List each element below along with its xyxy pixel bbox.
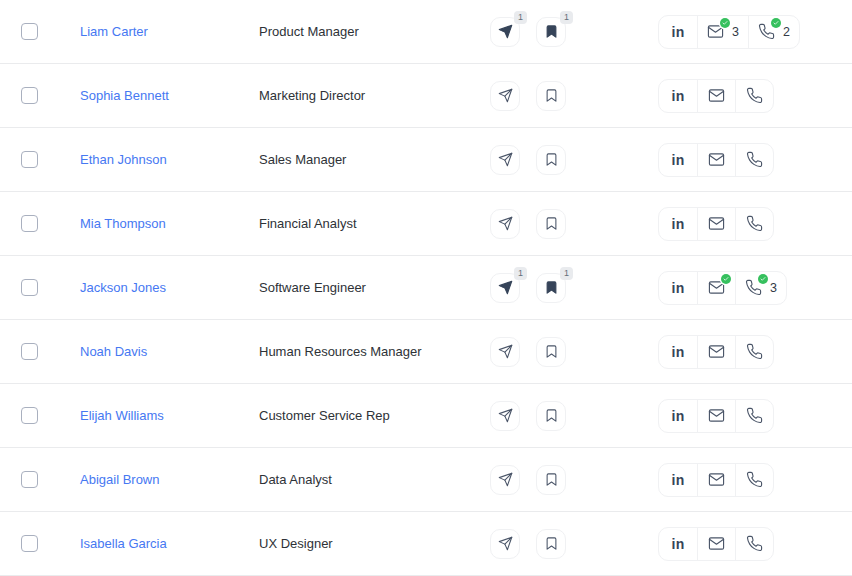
name-cell: Abigail Brown	[80, 472, 259, 487]
phone-button[interactable]	[735, 400, 773, 432]
phone-button[interactable]	[735, 336, 773, 368]
bookmark-icon	[544, 88, 559, 103]
contact-name-link[interactable]: Mia Thompson	[80, 216, 166, 231]
contact-name-link[interactable]: Sophia Bennett	[80, 88, 169, 103]
send-message-button[interactable]	[490, 337, 520, 367]
send-message-button[interactable]: 1	[490, 273, 520, 303]
send-icon	[498, 152, 513, 167]
send-message-button[interactable]	[490, 401, 520, 431]
row-checkbox[interactable]	[21, 215, 38, 232]
linkedin-icon: in	[672, 152, 685, 168]
email-button[interactable]	[697, 272, 735, 304]
email-button[interactable]: 3	[697, 16, 748, 48]
row-checkbox[interactable]	[21, 151, 38, 168]
phone-button[interactable]	[735, 144, 773, 176]
email-verified-badge	[721, 274, 731, 284]
name-cell: Elijah Williams	[80, 408, 259, 423]
linkedin-icon: in	[672, 88, 685, 104]
bookmark-button[interactable]: 1	[536, 17, 566, 47]
contact-name-link[interactable]: Liam Carter	[80, 24, 148, 39]
linkedin-button[interactable]: in	[659, 16, 697, 48]
contact-name-link[interactable]: Jackson Jones	[80, 280, 166, 295]
email-button[interactable]	[697, 400, 735, 432]
bookmark-button[interactable]	[536, 209, 566, 239]
linkedin-button[interactable]: in	[659, 208, 697, 240]
bookmark-button[interactable]: 1	[536, 273, 566, 303]
bookmark-button[interactable]	[536, 81, 566, 111]
checkbox-cell	[0, 87, 80, 104]
row-checkbox[interactable]	[21, 343, 38, 360]
contact-name-link[interactable]: Abigail Brown	[80, 472, 160, 487]
contact-name-link[interactable]: Isabella Garcia	[80, 536, 167, 551]
send-message-button[interactable]: 1	[490, 17, 520, 47]
linkedin-button[interactable]: in	[659, 272, 697, 304]
send-message-button[interactable]	[490, 209, 520, 239]
phone-button[interactable]	[735, 528, 773, 560]
linkedin-button[interactable]: in	[659, 464, 697, 496]
row-checkbox[interactable]	[21, 87, 38, 104]
contact-cell: in	[658, 399, 852, 433]
linkedin-button[interactable]: in	[659, 144, 697, 176]
row-checkbox[interactable]	[21, 535, 38, 552]
table-row: Isabella Garcia UX Designer	[0, 512, 852, 576]
email-button[interactable]	[697, 528, 735, 560]
phone-button[interactable]	[735, 208, 773, 240]
row-checkbox[interactable]	[21, 471, 38, 488]
title-cell: Software Engineer	[259, 280, 490, 295]
email-button[interactable]	[697, 80, 735, 112]
contact-name-link[interactable]: Ethan Johnson	[80, 152, 167, 167]
send-icon	[498, 88, 513, 103]
checkbox-cell	[0, 407, 80, 424]
contact-name-link[interactable]: Elijah Williams	[80, 408, 164, 423]
linkedin-button[interactable]: in	[659, 400, 697, 432]
email-button[interactable]	[697, 464, 735, 496]
bookmark-button[interactable]	[536, 145, 566, 175]
bookmark-count-badge: 1	[560, 11, 573, 24]
linkedin-icon: in	[672, 280, 685, 296]
email-verified-badge	[720, 18, 730, 28]
bookmark-button[interactable]	[536, 529, 566, 559]
bookmark-icon	[544, 408, 559, 423]
linkedin-icon: in	[672, 408, 685, 424]
phone-button[interactable]: 2	[748, 16, 799, 48]
phone-button[interactable]	[735, 80, 773, 112]
row-checkbox[interactable]	[21, 279, 38, 296]
table-row: Ethan Johnson Sales Manager	[0, 128, 852, 192]
send-message-button[interactable]	[490, 81, 520, 111]
contact-cell: in	[658, 271, 852, 305]
row-checkbox[interactable]	[21, 23, 38, 40]
contact-name-link[interactable]: Noah Davis	[80, 344, 147, 359]
send-icon	[498, 344, 513, 359]
send-message-button[interactable]	[490, 145, 520, 175]
name-cell: Liam Carter	[80, 24, 259, 39]
phone-icon	[746, 471, 763, 488]
email-button[interactable]	[697, 144, 735, 176]
phone-icon	[746, 151, 763, 168]
job-title: Financial Analyst	[259, 216, 357, 231]
title-cell: Marketing Director	[259, 88, 490, 103]
bookmark-button[interactable]	[536, 401, 566, 431]
row-checkbox[interactable]	[21, 407, 38, 424]
send-message-button[interactable]	[490, 465, 520, 495]
bookmark-button[interactable]	[536, 337, 566, 367]
linkedin-button[interactable]: in	[659, 336, 697, 368]
contact-methods-group: in	[658, 207, 774, 241]
email-button[interactable]	[697, 336, 735, 368]
table-row: Elijah Williams Customer Service Rep	[0, 384, 852, 448]
linkedin-button[interactable]: in	[659, 80, 697, 112]
phone-icon	[746, 407, 763, 424]
bookmark-button[interactable]	[536, 465, 566, 495]
email-button[interactable]	[697, 208, 735, 240]
title-cell: Sales Manager	[259, 152, 490, 167]
contact-methods-group: in	[658, 399, 774, 433]
checkbox-cell	[0, 279, 80, 296]
job-title: Customer Service Rep	[259, 408, 390, 423]
contact-cell: in	[658, 527, 852, 561]
linkedin-button[interactable]: in	[659, 528, 697, 560]
send-message-button[interactable]	[490, 529, 520, 559]
name-cell: Sophia Bennett	[80, 88, 259, 103]
phone-button[interactable]: 3	[735, 272, 786, 304]
phone-button[interactable]	[735, 464, 773, 496]
contact-cell: in	[658, 207, 852, 241]
actions-cell	[490, 401, 658, 431]
